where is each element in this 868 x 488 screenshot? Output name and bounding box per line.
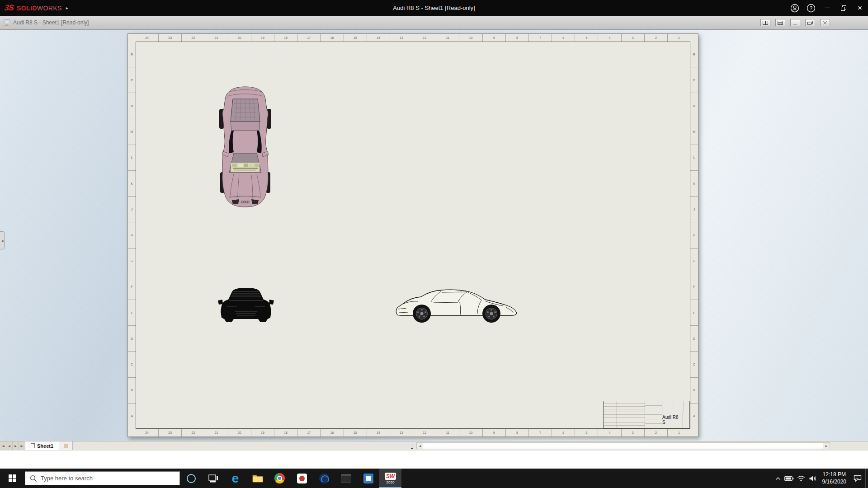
ruler-zone-label: H [128,222,136,248]
ruler-zone-label: 22 [181,34,204,42]
top-view-interior [231,163,259,172]
brand-solid-text: SOLID [17,5,37,12]
help-button[interactable]: ? [803,0,819,16]
file-explorer-button[interactable] [246,469,269,488]
ruler-zone-label: 18 [274,429,297,436]
battery-button[interactable] [783,469,795,488]
first-sheet-button[interactable]: |◀ [0,441,6,450]
doc-restore-button[interactable] [805,19,815,26]
ruler-zone-label: 15 [344,429,367,436]
task-view-icon [208,474,218,483]
scroll-left-button[interactable]: ◀ [417,443,423,449]
graphics-area[interactable]: ◀ 24232221201918171615141312111098765432… [0,30,868,441]
edge-button[interactable]: e [224,469,246,488]
ruler-zone-label: 12 [413,34,436,42]
document-titlebar: Audi R8 S - Sheet1 [Read-only] [0,16,868,30]
ruler-zone-label: K [690,170,698,196]
battery-icon [784,476,794,481]
ruler-zone-label: H [690,222,698,248]
chrome-icon [274,473,285,483]
restore-icon [841,5,846,11]
sheet-tab-label: Sheet1 [37,443,53,449]
title-block: Audi R8 S [603,401,690,428]
ruler-zone-label: 1 [667,34,690,42]
account-button[interactable] [787,0,803,16]
app-button-4[interactable] [357,469,379,488]
last-sheet-icon: ▶| [20,445,23,447]
ruler-zone-label: J [690,196,698,222]
ruler-zone-label: 2 [644,34,667,42]
app-button-2[interactable] [313,469,335,488]
ruler-zone-label: P [128,67,136,93]
ruler-zone-label: P [690,67,698,93]
doc-tile-vertical-button[interactable] [760,19,770,26]
title-block-header-row [662,401,689,411]
solidworks-taskbar-button[interactable]: SW 2020 [379,469,401,488]
ruler-zone-label: 17 [297,34,320,42]
drawing-view-top[interactable] [216,85,275,208]
restore-button[interactable] [835,0,852,16]
ruler-zone-label: 2 [644,429,667,436]
ruler-zone-label: 7 [528,34,552,42]
last-sheet-button[interactable]: ▶| [19,441,25,450]
ruler-zone-label: E [690,300,698,325]
menu-expand-arrow-icon[interactable]: ▸ [66,5,68,10]
volume-button[interactable] [807,469,819,488]
show-desktop-button[interactable] [865,469,868,488]
app-button-1[interactable] [291,469,313,488]
ruler-zone-label: D [128,325,136,351]
ruler-zone-label: 15 [344,34,367,42]
next-sheet-button[interactable]: ▶ [13,441,19,450]
scroll-right-button[interactable]: ▶ [823,443,830,449]
network-button[interactable] [795,469,807,488]
ruler-zone-label: 4 [598,34,621,42]
close-button[interactable]: × [852,0,868,16]
ruler-zone-label: 11 [436,34,459,42]
ruler-zone-label: 12 [413,429,436,436]
cortana-button[interactable] [180,469,202,488]
minimize-button[interactable] [819,0,835,16]
action-center-button[interactable] [850,469,865,488]
ruler-right: RPNMLKJHGFEDCBA [690,42,698,429]
ruler-zone-label: 23 [158,429,181,436]
ruler-zone-label: 9 [482,429,505,436]
system-tray: 12:18 PM 9/16/2020 [773,469,868,488]
doc-tile-horizontal-button[interactable] [775,19,785,26]
doc-minimize-button[interactable] [790,19,800,26]
first-sheet-icon: |◀ [1,445,4,447]
drawing-sheet[interactable]: 242322212019181716151413121110987654321 … [127,33,698,437]
brand-works-text: WORKS [37,5,62,12]
edge-icon: e [232,472,239,485]
app-button-3[interactable] [335,469,357,488]
account-icon [790,4,799,13]
ruler-zone-label: L [690,145,698,170]
featuremanager-flyout-tab[interactable]: ◀ [0,231,5,249]
sheet-paper[interactable]: Audi R8 S [136,42,690,429]
chrome-button[interactable] [269,469,291,488]
ruler-zone-label: 9 [482,34,505,42]
ruler-zone-label: 24 [136,34,158,42]
horizontal-scrollbar[interactable]: ◀ ▶ [416,442,830,449]
search-input[interactable] [41,475,179,482]
pane-splitter-handle[interactable] [411,443,413,449]
tab-sheet1[interactable]: Sheet1 [25,441,59,450]
add-sheet-tab[interactable] [59,441,73,450]
task-view-button[interactable] [202,469,224,488]
tray-overflow-button[interactable] [773,469,783,488]
ruler-zone-label: 16 [320,429,343,436]
dassault-logo-icon: 3S [4,3,14,13]
windows-logo-icon [9,474,17,483]
prev-sheet-button[interactable]: ◀ [6,441,13,450]
solidworks-year-badge: 2020 [387,480,395,484]
ruler-zone-label: E [128,300,136,325]
ruler-zone-label: A [690,403,698,429]
taskbar-clock[interactable]: 12:18 PM 9/16/2020 [819,471,850,485]
doc-close-button[interactable] [820,19,830,26]
add-sheet-icon [64,444,68,448]
desktop-gap [0,450,868,469]
drawing-view-side[interactable] [393,287,521,324]
taskbar-search-box[interactable] [25,471,180,485]
start-button[interactable] [0,469,25,488]
ruler-zone-label: 16 [320,34,343,42]
drawing-view-front[interactable] [217,286,275,324]
